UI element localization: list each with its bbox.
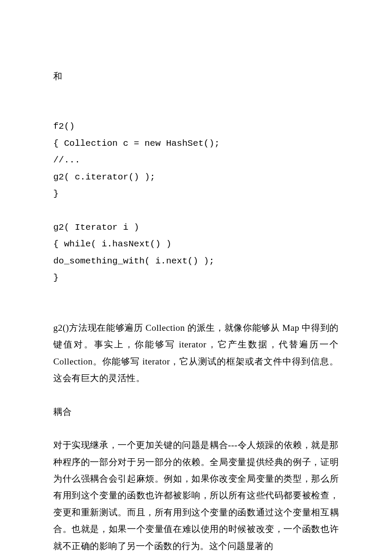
code-line: { while( i.hasNext() ) [53, 236, 339, 252]
code-line: } [53, 185, 339, 202]
text-line: 和 [53, 68, 339, 85]
blank-line [53, 202, 339, 219]
code-line: //... [53, 152, 339, 168]
blank-line [53, 303, 339, 320]
section-heading: 耦合 [53, 404, 339, 420]
document-page: 和 f2() { Collection c = new HashSet(); /… [0, 0, 392, 555]
blank-line [53, 286, 339, 303]
code-line: g2( c.iterator() ); [53, 169, 339, 185]
blank-line [53, 420, 339, 437]
blank-line [53, 387, 339, 404]
code-line: do_something_with( i.next() ); [53, 253, 339, 269]
paragraph: g2()方法现在能够遍历 Collection 的派生，就像你能够从 Map 中… [53, 320, 339, 387]
paragraph: 对于实现继承，一个更加关键的问题是耦合---令人烦躁的依赖，就是那种程序的一部分… [53, 437, 339, 555]
blank-line [53, 85, 339, 101]
code-line: f2() [53, 118, 339, 135]
code-line: { Collection c = new HashSet(); [53, 135, 339, 152]
blank-line [53, 101, 339, 118]
code-line: g2( Iterator i ) [53, 219, 339, 236]
code-line: } [53, 269, 339, 286]
